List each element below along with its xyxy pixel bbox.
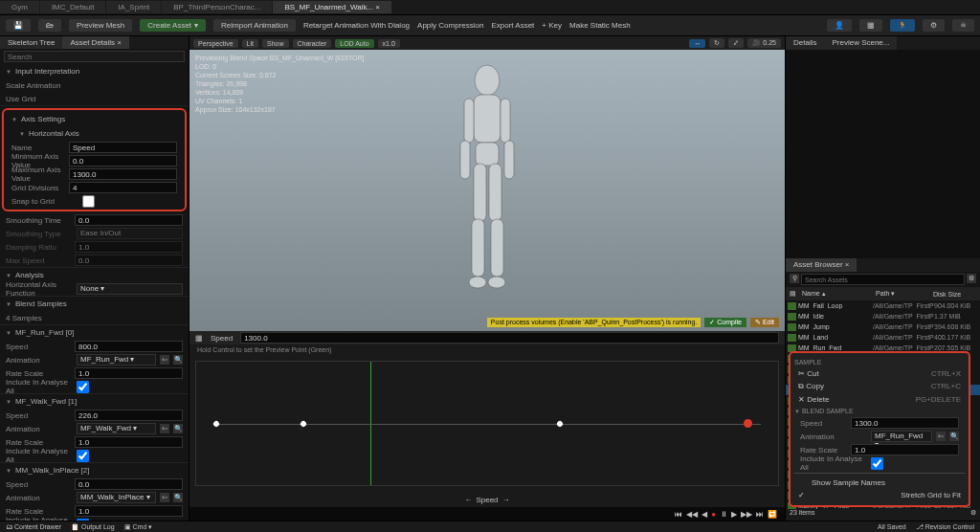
lit-pill[interactable]: Lit — [242, 39, 258, 48]
asset-row[interactable]: MM_Jump/All/Game/TP_FirstP394.608 KiB — [786, 321, 980, 332]
step-fwd-icon[interactable]: ▶▶ — [741, 510, 752, 519]
play-back-icon[interactable]: ◀ — [702, 510, 707, 519]
menu-stretch-grid[interactable]: Stretch Grid to Fit — [794, 489, 965, 501]
asset-row[interactable]: MM_Idle/All/Game/TP_FirstP1.37 MiB — [786, 311, 980, 321]
settings-icon[interactable]: ⚙ — [967, 274, 976, 283]
axis-snap-checkbox[interactable] — [82, 195, 95, 208]
menu-show-names[interactable]: Show Sample Names — [794, 477, 965, 489]
to-end-icon[interactable]: ⏭ — [756, 510, 764, 519]
browse-icon[interactable]: 🔍 — [949, 432, 959, 441]
translate-gizmo-icon[interactable]: ↔ — [689, 39, 705, 48]
use-icon[interactable]: ⇦ — [936, 432, 946, 441]
tab-gym[interactable]: Gym — [0, 1, 39, 13]
cam-speed[interactable]: 🎥 0.25 — [747, 38, 781, 48]
asset-row[interactable]: MM_Land/All/Game/TP_FirstP400.177 KiB — [786, 332, 980, 343]
ctx-anim-select[interactable]: MF_Run_Fwd ▾ — [871, 431, 932, 442]
mode-blueprint-icon[interactable]: ⚙ — [923, 19, 945, 32]
sample-header[interactable]: ▼MF_Run_Fwd [0] — [0, 325, 189, 340]
sample-speed-input[interactable] — [75, 341, 183, 352]
browse-icon[interactable]: 🔍 — [173, 493, 183, 502]
use-icon[interactable]: ⇦ — [160, 424, 169, 433]
tab-imc[interactable]: IMC_Default — [40, 1, 105, 13]
sample-header[interactable]: ▼MM_Walk_InPlace [2] — [0, 463, 189, 477]
sample-speed-input[interactable] — [75, 478, 183, 490]
sample-rate-input[interactable] — [75, 505, 183, 517]
sample-point[interactable] — [556, 419, 564, 427]
axis-grid-input[interactable] — [69, 182, 177, 193]
revision-control[interactable]: ⎇ Revision Control — [916, 523, 974, 531]
save-status[interactable]: All Saved — [878, 523, 906, 530]
smoothing-type-select[interactable]: Ease In/Out — [77, 228, 183, 239]
browse-icon[interactable]: 🔍 — [173, 355, 183, 365]
menu-cut[interactable]: ✂ CutCTRL+X — [794, 367, 965, 380]
compile-button[interactable]: ✓ Compile — [704, 318, 746, 327]
mode-skeleton-icon[interactable]: 👤 — [827, 19, 852, 32]
cmd-input[interactable]: ▣ Cmd ▾ — [124, 523, 153, 531]
sample-anim-select[interactable]: MF_Walk_Fwd ▾ — [77, 423, 156, 434]
sample-speed-input[interactable] — [75, 410, 183, 421]
menu-copy[interactable]: ⧉ CopyCTRL+C — [794, 380, 965, 393]
ctx-include-checkbox[interactable] — [871, 457, 883, 470]
asset-search-input[interactable] — [801, 274, 965, 285]
rotate-gizmo-icon[interactable]: ↻ — [709, 38, 724, 48]
speed-pill[interactable]: x1.0 — [378, 39, 400, 48]
pause-icon[interactable]: ⏸ — [720, 510, 727, 519]
browse-icon[interactable]: 🔍 — [173, 424, 183, 433]
viewport-3d[interactable]: Previewing Blend Space BS_MF_Unarmed_W [… — [189, 50, 785, 331]
static-mesh-button[interactable]: Make Static Mesh — [569, 21, 631, 30]
sample-include-checkbox[interactable] — [77, 450, 89, 462]
to-start-icon[interactable]: ⏮ — [675, 510, 682, 519]
axis-function-select[interactable]: None ▾ — [77, 283, 183, 295]
use-icon[interactable]: ⇦ — [160, 355, 169, 365]
retarget-button[interactable]: Retarget Animation With Dialog — [303, 21, 410, 30]
sample-point[interactable] — [212, 419, 220, 427]
use-icon[interactable]: ⇦ — [160, 493, 169, 502]
grid-icon[interactable]: ▦ — [195, 334, 203, 343]
section-input[interactable]: ▼Input Interpretation — [0, 64, 189, 78]
scale-gizmo-icon[interactable]: ⤢ — [728, 38, 744, 48]
close-icon[interactable]: × — [375, 3, 380, 11]
axis-min-input[interactable] — [69, 155, 177, 166]
mode-mesh-icon[interactable]: ▦ — [859, 19, 882, 32]
step-back-icon[interactable]: ◀◀ — [686, 510, 698, 519]
tab-skeleton-tree[interactable]: Skeleton Tree — [0, 36, 62, 49]
axis-name-input[interactable] — [69, 142, 177, 153]
sample-anim-select[interactable]: MF_Run_Fwd ▾ — [77, 354, 156, 366]
smoothing-time-input[interactable] — [75, 214, 183, 226]
output-log-button[interactable]: 📋 Output Log — [71, 523, 115, 531]
axis-max-input[interactable] — [69, 168, 177, 180]
menu-delete[interactable]: ✕ DeletePG+DELETE — [794, 393, 965, 406]
tab-asset-browser[interactable]: Asset Browser × — [786, 258, 857, 272]
section-axis[interactable]: ▼Axis Settings — [6, 112, 183, 126]
browse-button[interactable]: 🗁 — [38, 19, 61, 32]
tab-preview-scene[interactable]: Preview Scene... — [824, 36, 897, 50]
preview-mesh-button[interactable]: Preview Mesh — [69, 19, 132, 32]
section-blend-samples[interactable]: ▼Blend Samples — [0, 297, 189, 311]
filter-icon[interactable]: ⚲ — [790, 274, 799, 283]
subsection-horizontal-axis[interactable]: ▼Horizontal Axis — [6, 126, 183, 141]
tab-details[interactable]: Details — [786, 36, 824, 50]
export-button[interactable]: Export Asset — [491, 21, 534, 30]
sample-include-checkbox[interactable] — [77, 381, 89, 393]
play-icon[interactable]: ▶ — [731, 510, 737, 519]
tab-bp[interactable]: BP_ThirdPersonCharac... — [162, 1, 272, 13]
loop-icon[interactable]: 🔁 — [768, 510, 777, 519]
lod-pill[interactable]: LOD Auto — [335, 39, 373, 48]
character-pill[interactable]: Character — [293, 39, 332, 48]
bs-speed-input[interactable] — [240, 332, 779, 344]
details-search[interactable] — [4, 51, 185, 62]
tab-asset-details[interactable]: Asset Details × — [62, 36, 129, 49]
sample-point-active[interactable] — [744, 419, 752, 428]
sample-rate-input[interactable] — [75, 367, 183, 379]
sample-rate-input[interactable] — [75, 436, 183, 448]
asset-list-header[interactable]: ▤ Name ▴Path ▾Disk Size — [786, 287, 980, 300]
record-icon[interactable]: ● — [711, 510, 716, 519]
mode-animation-icon[interactable]: 🏃 — [890, 19, 915, 32]
mode-physics-icon[interactable]: ⚛ — [952, 19, 974, 32]
compress-button[interactable]: Apply Compression — [417, 21, 483, 30]
show-pill[interactable]: Show — [262, 39, 289, 48]
add-key-button[interactable]: + Key — [542, 21, 562, 30]
save-button[interactable]: 💾 — [6, 19, 31, 32]
blendspace-graph[interactable] — [195, 361, 779, 486]
sample-point[interactable] — [300, 419, 307, 427]
